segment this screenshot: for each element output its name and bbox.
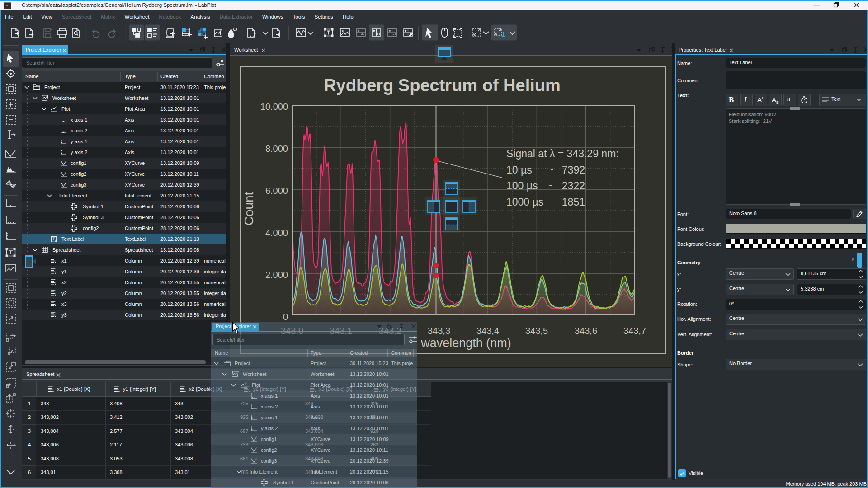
svg-text:1: 1 bbox=[501, 30, 505, 38]
